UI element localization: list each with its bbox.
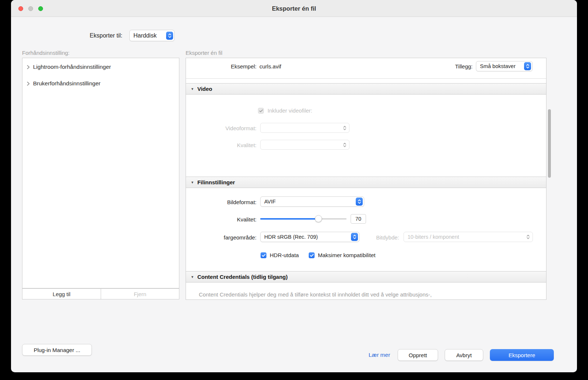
extension-label: Tillegg: [443,63,473,70]
create-button[interactable]: Opprett [398,349,438,361]
color-space-dropdown[interactable]: HDR sRGB (Rec. 709) [260,232,359,242]
export-to-value: Harddisk [133,32,164,39]
include-videos-label: Inkluder videofiler: [268,107,312,114]
export-dialog: Eksporter én fil Eksporter til: Harddisk… [11,0,577,372]
section-title: Video [197,86,212,92]
section-title: Filinnstillinger [197,179,235,185]
preset-item-label: Lightroom-forhåndsinnstillinger [33,64,111,70]
export-to-label: Eksporter til: [68,32,122,39]
stepper-up-down-icon [341,124,348,132]
bit-depth-dropdown[interactable]: 10-biters / komponent [404,232,533,242]
extension-case-dropdown[interactable]: Små bokstaver [476,61,533,71]
titlebar: Eksporter én fil [11,0,577,17]
cancel-button[interactable]: Avbryt [445,349,483,361]
bit-depth-value: 10-biters / komponent [408,234,522,240]
stepper-up-down-icon [524,62,531,70]
video-quality-dropdown[interactable] [260,140,349,150]
preset-item-lightroom[interactable]: Lightroom-forhåndsinnstillinger [27,64,111,70]
quality-label: Kvalitet: [208,216,257,223]
learn-more-link[interactable]: Lær mer [369,352,390,358]
chevron-right-icon[interactable] [27,65,30,70]
export-button[interactable]: Eksportere [490,349,554,361]
video-format-label: Videoformat: [208,125,257,131]
stepper-up-down-icon [356,198,363,206]
section-title: Content Credentials (tidlig tilgang) [197,274,288,280]
plugin-manager-button[interactable]: Plug-in Manager ... [22,344,92,356]
max-compatibility-checkbox[interactable] [309,252,315,258]
scrollbar[interactable] [548,109,551,178]
color-space-label: fargeområde: [208,234,257,241]
remove-preset-button[interactable]: Fjern [101,288,179,299]
disclosure-triangle-icon: ▼ [191,87,194,91]
stepper-up-down-icon [166,32,173,40]
image-format-label: Bildeformat: [208,199,257,205]
slider-fill [260,218,319,220]
video-format-dropdown[interactable] [260,123,349,133]
include-videos-checkbox[interactable] [258,108,264,114]
quality-value-field[interactable]: 70 [351,214,366,224]
presets-list: Lightroom-forhåndsinnstillinger Brukerfo… [22,58,179,288]
section-header-content-credentials[interactable]: ▼ Content Credentials (tidlig tilgang) [186,271,546,283]
extension-case-value: Små bokstaver [480,63,522,69]
presets-header: Forhåndsinnstilling: [22,50,69,56]
export-to-dropdown[interactable]: Harddisk [129,30,175,41]
add-preset-button[interactable]: Legg til [22,288,101,299]
max-compatibility-label: Maksimer kompatibilitet [318,252,376,258]
section-header-video[interactable]: ▼ Video [186,83,546,95]
stepper-up-down-icon [524,233,531,241]
hdr-output-checkbox[interactable] [261,252,266,258]
preset-item-user[interactable]: Brukerforhåndsinnstillinger [27,80,101,87]
preset-item-label: Brukerforhåndsinnstillinger [33,80,101,87]
video-quality-label: Kvalitet: [208,142,257,148]
stepper-up-down-icon [341,141,348,149]
image-format-dropdown[interactable]: AVIF [260,196,364,207]
image-format-value: AVIF [264,199,354,205]
bit-depth-label: Bitdybde: [355,234,399,241]
example-label: Eksempel: [223,63,257,70]
content-credentials-description: Content Credentials hjelper deg med å ti… [199,291,432,298]
slider-track[interactable] [260,218,347,220]
export-settings-panel: Eksempel: curls.avif Tillegg: Små boksta… [186,58,546,300]
slider-thumb[interactable] [315,215,322,222]
disclosure-triangle-icon: ▼ [191,275,194,279]
disclosure-triangle-icon: ▼ [191,181,194,184]
section-header-file-settings[interactable]: ▼ Filinnstillinger [186,177,546,188]
divider [186,78,546,79]
color-space-value: HDR sRGB (Rec. 709) [264,234,349,240]
example-filename: curls.avif [259,63,281,70]
panel-header: Eksporter én fil [186,50,222,56]
chevron-right-icon[interactable] [27,81,30,86]
hdr-output-label: HDR-utdata [270,252,299,258]
window-title: Eksporter én fil [11,0,577,17]
